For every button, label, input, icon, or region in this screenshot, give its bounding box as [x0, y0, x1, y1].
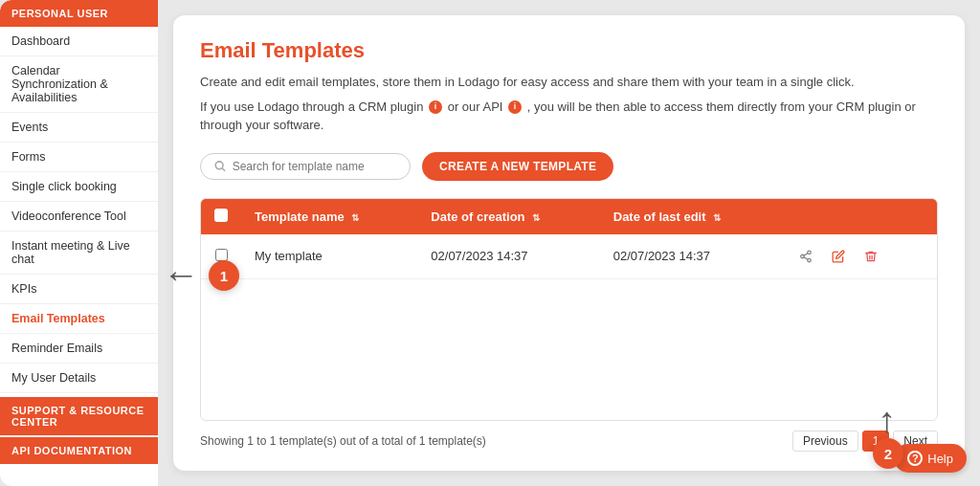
- info-icon-api[interactable]: i: [508, 100, 522, 114]
- annotation-arrow-up: ↑: [878, 402, 896, 438]
- help-label: Help: [927, 452, 953, 466]
- help-icon: ?: [907, 451, 923, 466]
- sidebar-section-api: API DOCUMENTATION: [0, 437, 158, 464]
- sidebar-item-user-details[interactable]: My User Details: [0, 364, 158, 393]
- pagination-previous[interactable]: Previous: [792, 431, 858, 452]
- info-icon-crm[interactable]: i: [429, 100, 442, 114]
- sidebar-item-dashboard[interactable]: Dashboard: [0, 27, 158, 56]
- row-actions: [780, 234, 937, 279]
- sidebar-section-personal: PERSONAL USER: [0, 0, 158, 27]
- sidebar-item-email-templates[interactable]: Email Templates: [0, 304, 158, 334]
- sidebar-item-single-click[interactable]: Single click booking: [0, 172, 158, 202]
- sidebar-item-calendar[interactable]: Calendar Synchronization & Availabilitie…: [0, 56, 158, 113]
- table-header-date-created[interactable]: Date of creation ⇅: [417, 199, 599, 234]
- sidebar-item-forms[interactable]: Forms: [0, 143, 158, 172]
- sort-icon-created: ⇅: [532, 212, 540, 223]
- share-button[interactable]: [793, 244, 818, 269]
- search-row: CREATE A NEW TEMPLATE: [200, 152, 938, 181]
- sidebar-item-kpis[interactable]: KPIs: [0, 275, 158, 304]
- sidebar-section-support: SUPPORT & RESOURCE CENTER: [0, 397, 158, 435]
- search-box[interactable]: [200, 153, 411, 180]
- annotation-1: 1: [209, 260, 239, 291]
- sidebar: PERSONAL USER Dashboard Calendar Synchro…: [0, 0, 158, 486]
- sort-icon-edited: ⇅: [713, 212, 721, 223]
- table-footer: Showing 1 to 1 template(s) out of a tota…: [200, 421, 938, 452]
- svg-line-6: [804, 253, 808, 254]
- search-input[interactable]: [233, 160, 396, 173]
- row-template-name: My template: [241, 234, 417, 279]
- delete-button[interactable]: [858, 244, 883, 269]
- help-button[interactable]: ? Help: [894, 444, 967, 473]
- templates-table: Template name ⇅ Date of creation ⇅ Date …: [200, 198, 938, 422]
- annotation-2: 2: [873, 438, 903, 469]
- svg-line-1: [222, 167, 225, 170]
- sort-icon-name: ⇅: [351, 212, 359, 223]
- content-card: Email Templates Create and edit email te…: [173, 15, 965, 471]
- annotation-arrow-left: ←: [163, 256, 199, 293]
- search-icon: [214, 160, 227, 173]
- description1: Create and edit email templates, store t…: [200, 73, 938, 92]
- table-row: My template 02/07/2023 14:37 02/07/2023 …: [201, 234, 937, 279]
- svg-point-0: [215, 161, 223, 168]
- table-header-actions: [780, 199, 937, 234]
- main-content: Email Templates Create and edit email te…: [158, 0, 980, 486]
- edit-button[interactable]: [826, 244, 851, 269]
- sidebar-item-instant-meeting[interactable]: Instant meeting & Live chat: [0, 232, 158, 275]
- create-template-button[interactable]: CREATE A NEW TEMPLATE: [422, 152, 613, 181]
- sidebar-item-videoconference[interactable]: Videoconference Tool: [0, 202, 158, 232]
- description2: If you use Lodago through a CRM plugin i…: [200, 98, 938, 135]
- sidebar-item-events[interactable]: Events: [0, 113, 158, 143]
- table-header-date-edited[interactable]: Date of last edit ⇅: [600, 199, 780, 234]
- sidebar-item-reminder-emails[interactable]: Reminder Emails: [0, 334, 158, 364]
- svg-line-5: [804, 256, 808, 258]
- row-date-edited: 02/07/2023 14:37: [600, 234, 780, 279]
- table-header-checkbox: [201, 199, 241, 234]
- page-title: Email Templates: [200, 38, 938, 63]
- showing-text: Showing 1 to 1 template(s) out of a tota…: [200, 434, 486, 448]
- row-date-created: 02/07/2023 14:37: [417, 234, 599, 279]
- table-header-name[interactable]: Template name ⇅: [241, 199, 417, 234]
